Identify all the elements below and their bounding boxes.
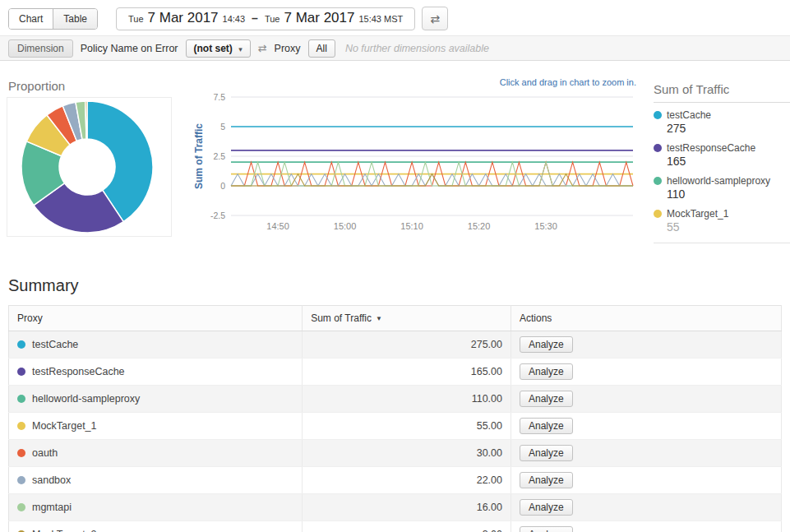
table-row: MockTarget_155.00Analyze [9, 413, 782, 440]
legend-item-row: testResponseCache [654, 142, 790, 154]
series-line-MockTarget_2 [231, 174, 633, 186]
proxy-cell: helloworld-sampleproxy [9, 386, 303, 413]
series-color-dot [17, 395, 25, 403]
legend-item[interactable]: testCache275 [654, 109, 790, 135]
proportion-title: Proportion [8, 79, 65, 93]
legend-items: testCache275testResponseCache165hellowor… [654, 109, 790, 234]
swap-dimension-icon[interactable]: ⇄ [258, 42, 267, 54]
proxy-cell: sandbox [9, 467, 303, 494]
analyze-button[interactable]: Analyze [520, 499, 573, 516]
x-tick-label: 15:00 [334, 221, 357, 231]
analyze-button[interactable]: Analyze [520, 472, 573, 488]
proxy-cell: testResponseCache [9, 359, 303, 386]
proxy-dimension-label: Proxy [275, 43, 301, 54]
proxy-name: testCache [32, 339, 78, 350]
charts-section: Proportion Click and drag in chart to zo… [0, 61, 790, 252]
traffic-value-cell: 110.00 [303, 386, 511, 413]
traffic-value-cell: 165.00 [303, 359, 511, 386]
dimension-chip[interactable]: Dimension [8, 39, 73, 58]
table-row: testResponseCache165.00Analyze [9, 359, 782, 386]
column-header-proxy[interactable]: Proxy [9, 306, 303, 331]
table-row: testCache275.00Analyze [9, 331, 782, 359]
actions-cell: Analyze [510, 331, 781, 359]
donut-chart[interactable] [7, 98, 171, 236]
chart-view-button[interactable]: Chart [9, 9, 53, 29]
series-color-dot [17, 340, 25, 349]
legend-series-name: testCache [667, 109, 711, 121]
table-row: mgmtapi16.00Analyze [9, 494, 782, 521]
proxy-name: MockTarget_2 [32, 529, 97, 532]
legend-title: Sum of Traffic [654, 82, 790, 103]
series-color-dot [654, 144, 662, 152]
legend-series-value: 165 [667, 155, 790, 168]
actions-cell: Analyze [510, 386, 781, 413]
proxy-cell: MockTarget_1 [9, 413, 303, 440]
filter-value-dropdown[interactable]: (not set) ▾ [186, 39, 251, 58]
legend-item[interactable]: MockTarget_155 [654, 208, 790, 234]
analyze-button[interactable]: Analyze [520, 336, 573, 353]
end-date: 7 Mar 2017 [284, 10, 354, 26]
proxy-cell: oauth [9, 440, 303, 467]
analyze-button[interactable]: Analyze [520, 445, 573, 461]
column-header-traffic[interactable]: Sum of Traffic▼ [303, 306, 511, 331]
legend-item-row: testCache [654, 109, 790, 121]
table-row: sandbox22.00Analyze [9, 467, 782, 494]
filter-value-label: (not set) [194, 43, 233, 54]
proxy-name: sandbox [32, 474, 71, 486]
series-color-dot [17, 422, 25, 430]
dimension-name-label: Policy Name on Error [81, 43, 178, 54]
legend-series-name: helloworld-sampleproxy [667, 175, 770, 187]
toolbar: Chart Table Tue 7 Mar 2017 14:43 – Tue 7… [0, 0, 790, 35]
proxy-name: mgmtapi [32, 502, 72, 513]
actions-cell: Analyze [510, 494, 781, 521]
table-row: oauth30.00Analyze [9, 440, 782, 467]
actions-cell: Analyze [510, 413, 781, 440]
series-color-dot [654, 177, 662, 185]
proxy-name: testResponseCache [32, 366, 125, 377]
start-time: 14:43 [223, 14, 246, 24]
series-color-dot [17, 368, 25, 376]
analyze-button[interactable]: Analyze [520, 363, 573, 380]
analyze-button[interactable]: Analyze [520, 391, 573, 407]
summary-table: Proxy Sum of Traffic▼ Actions testCache2… [8, 305, 782, 532]
end-day: Tue [265, 14, 280, 24]
start-day: Tue [128, 14, 144, 24]
y-tick-label: 7.5 [213, 92, 225, 102]
dimension-bar: Dimension Policy Name on Error (not set)… [0, 35, 790, 61]
proportion-chart-panel [7, 97, 172, 237]
legend-item[interactable]: helloworld-sampleproxy110 [654, 175, 790, 201]
column-header-traffic-label: Sum of Traffic [311, 312, 372, 324]
x-tick-label: 15:30 [534, 221, 557, 231]
column-header-actions: Actions [510, 306, 781, 331]
analyze-button[interactable]: Analyze [520, 418, 573, 434]
refresh-button[interactable]: ⇄ [422, 7, 448, 30]
proxy-name: helloworld-sampleproxy [32, 393, 140, 405]
traffic-value-cell: 55.00 [303, 413, 511, 440]
y-axis-label: Sum of Traffic [193, 123, 205, 189]
legend-series-name: testResponseCache [667, 142, 755, 154]
date-range-picker[interactable]: Tue 7 Mar 2017 14:43 – Tue 7 Mar 2017 15… [116, 7, 415, 30]
legend-item[interactable]: testResponseCache165 [654, 142, 790, 168]
legend-series-value: 110 [667, 187, 790, 201]
no-dimensions-note: No further dimensions available [345, 43, 489, 54]
legend-series-value: 55 [667, 220, 790, 234]
analyze-button[interactable]: Analyze [520, 526, 573, 532]
summary-title: Summary [8, 276, 790, 295]
legend-item-row: MockTarget_1 [654, 208, 790, 220]
table-header-row: Proxy Sum of Traffic▼ Actions [9, 306, 782, 331]
actions-cell: Analyze [510, 440, 781, 467]
proxy-filter-button[interactable]: All [308, 39, 335, 58]
series-color-dot [17, 476, 25, 484]
start-date: 7 Mar 2017 [148, 10, 219, 26]
line-chart[interactable]: 7.552.50-2.514:5015:0015:1015:2015:30Sum… [192, 89, 640, 237]
table-row: helloworld-sampleproxy110.00Analyze [9, 386, 782, 413]
traffic-value-cell: 3.00 [303, 521, 511, 532]
series-color-dot [654, 210, 662, 218]
refresh-icon: ⇄ [430, 12, 440, 25]
proxy-name: oauth [32, 447, 58, 459]
table-view-button[interactable]: Table [53, 9, 97, 29]
legend-item-row: helloworld-sampleproxy [654, 175, 790, 187]
end-time: 15:43 MST [358, 14, 403, 24]
y-tick-label: 0 [220, 181, 225, 191]
series-color-dot [654, 111, 662, 119]
